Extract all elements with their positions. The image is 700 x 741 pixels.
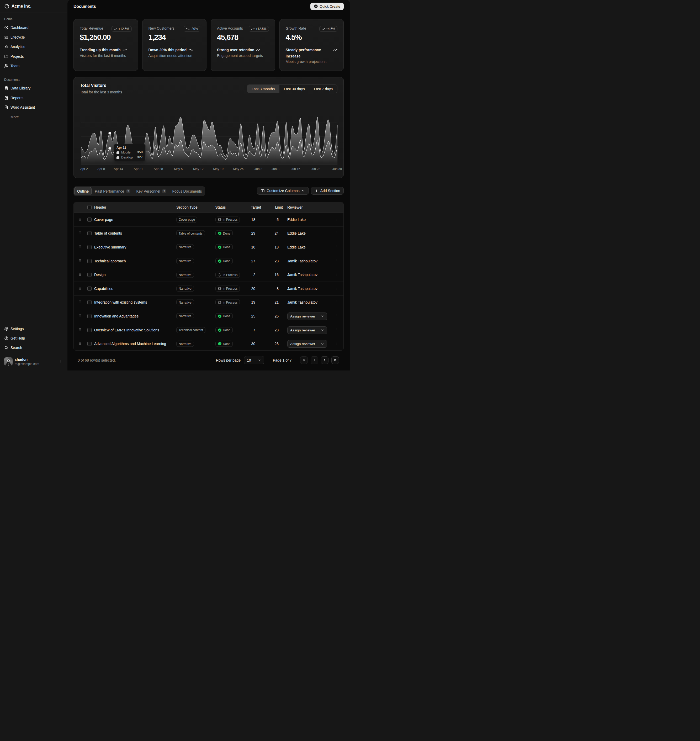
svg-text:Apr 21: Apr 21 [134,167,143,171]
svg-text:Apr 28: Apr 28 [154,167,163,171]
svg-text:Apr 14: Apr 14 [113,167,123,171]
svg-text:May 26: May 26 [233,167,244,171]
svg-text:Apr 2: Apr 2 [80,167,88,171]
svg-text:Jun 30: Jun 30 [332,167,342,171]
svg-text:May 19: May 19 [213,167,224,171]
svg-text:Apr 8: Apr 8 [97,167,105,171]
svg-text:Jun 2: Jun 2 [254,167,262,171]
svg-text:May 12: May 12 [193,167,204,171]
svg-text:Jun 8: Jun 8 [272,167,279,171]
svg-text:Jun 15: Jun 15 [291,167,300,171]
svg-text:May 5: May 5 [174,167,182,171]
svg-text:Jun 22: Jun 22 [311,167,320,171]
